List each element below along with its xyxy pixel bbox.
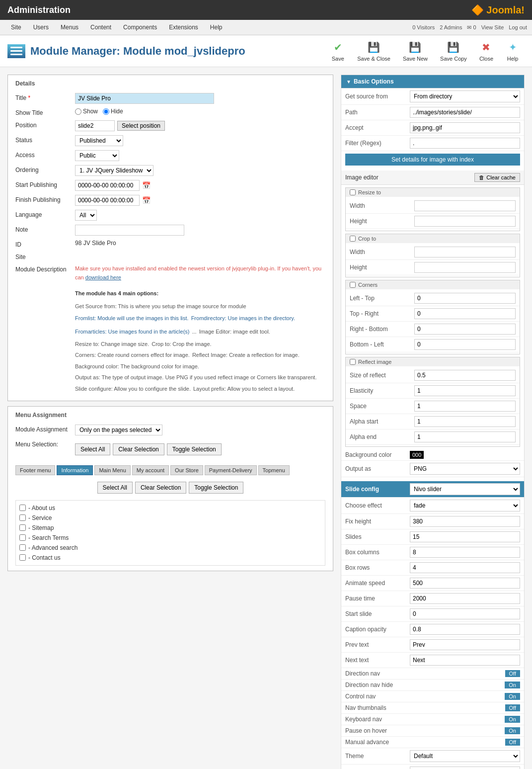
tab-information[interactable]: Information bbox=[57, 465, 93, 475]
tab-topmenu[interactable]: Topmenu bbox=[258, 465, 290, 475]
select-all-btn-bottom[interactable]: Select All bbox=[97, 482, 133, 494]
finish-calendar-icon[interactable]: 📅 bbox=[142, 196, 151, 204]
nav-content[interactable]: Content bbox=[84, 20, 117, 35]
bgcolor-swatch[interactable]: 000 bbox=[410, 451, 424, 459]
start-slide-input[interactable] bbox=[410, 608, 520, 619]
tab-payment-delivery[interactable]: Payment-Delivery bbox=[205, 465, 257, 475]
bottom-left-input[interactable] bbox=[414, 339, 516, 350]
service-checkbox[interactable] bbox=[19, 514, 26, 521]
start-publishing-input[interactable] bbox=[75, 180, 140, 191]
slides-input[interactable] bbox=[410, 531, 520, 542]
box-rows-input[interactable] bbox=[410, 562, 520, 573]
sitemap-checkbox[interactable] bbox=[19, 524, 26, 531]
alpha-start-input[interactable] bbox=[414, 416, 516, 427]
nav-menus[interactable]: Menus bbox=[55, 20, 84, 35]
path-input[interactable] bbox=[410, 107, 520, 118]
language-select[interactable]: All bbox=[75, 210, 97, 221]
select-position-button[interactable]: Select position bbox=[117, 121, 165, 131]
note-input[interactable] bbox=[75, 225, 184, 236]
nav-users[interactable]: Users bbox=[27, 20, 55, 35]
corners-checkbox[interactable] bbox=[350, 282, 356, 288]
tab-footer-menu[interactable]: Footer menu bbox=[15, 465, 55, 475]
elasticity-input[interactable] bbox=[414, 385, 516, 396]
close-button[interactable]: ✖ Close bbox=[474, 38, 498, 64]
clear-selection-btn-top[interactable]: Clear Selection bbox=[113, 443, 164, 455]
box-columns-input[interactable] bbox=[410, 547, 520, 558]
help-label: Help bbox=[507, 56, 519, 62]
toggle-selection-btn-bottom[interactable]: Toggle Selection bbox=[189, 482, 243, 494]
ordering-select[interactable]: 1. JV JQuery Slideshow bbox=[75, 165, 153, 176]
keyboard-nav-badge[interactable]: On bbox=[505, 716, 520, 723]
fix-height-input[interactable] bbox=[410, 516, 520, 527]
toggle-selection-btn-top[interactable]: Toggle Selection bbox=[167, 443, 222, 455]
right-bottom-input[interactable] bbox=[414, 324, 516, 335]
about-us-checkbox[interactable] bbox=[19, 505, 26, 511]
download-link[interactable]: download here bbox=[85, 274, 121, 280]
nav-thumbnails-badge[interactable]: Off bbox=[505, 704, 520, 711]
slide-config-select[interactable]: Nivo slider Other bbox=[410, 483, 520, 495]
prev-text-input[interactable] bbox=[410, 639, 520, 650]
nav-components[interactable]: Components bbox=[117, 20, 163, 35]
tab-main-menu[interactable]: Main Menu bbox=[94, 465, 130, 475]
access-select[interactable]: Public Registered bbox=[75, 150, 119, 161]
reflect-size-input[interactable] bbox=[414, 370, 516, 381]
crop-height-input[interactable] bbox=[414, 262, 516, 273]
tab-my-account[interactable]: My account bbox=[132, 465, 169, 475]
next-text-input[interactable] bbox=[410, 655, 520, 666]
crop-checkbox[interactable] bbox=[350, 236, 356, 242]
help-button[interactable]: ✦ Help bbox=[501, 38, 525, 64]
accept-input[interactable] bbox=[410, 122, 520, 133]
left-top-input[interactable] bbox=[414, 293, 516, 304]
resize-width-input[interactable] bbox=[414, 200, 516, 211]
direction-nav-badge[interactable]: Off bbox=[505, 670, 520, 677]
advanced-search-checkbox[interactable] bbox=[19, 544, 26, 551]
layout-prefix-input[interactable] bbox=[410, 767, 520, 769]
output-select[interactable]: PNG JPG bbox=[410, 463, 520, 475]
view-site-link[interactable]: View Site bbox=[481, 24, 504, 30]
choose-effect-select[interactable]: fade slide bbox=[410, 500, 520, 512]
resize-checkbox[interactable] bbox=[350, 189, 356, 195]
save-copy-button[interactable]: 💾 Save Copy bbox=[435, 38, 472, 64]
direction-nav-hide-badge[interactable]: On bbox=[505, 682, 520, 688]
reflect-checkbox[interactable] bbox=[350, 359, 356, 365]
space-input[interactable] bbox=[414, 401, 516, 412]
finish-publishing-input[interactable] bbox=[75, 195, 140, 206]
caption-opacity-input[interactable] bbox=[410, 624, 520, 635]
search-terms-checkbox[interactable] bbox=[19, 534, 26, 541]
pause-time-input[interactable] bbox=[410, 593, 520, 604]
crop-title: Crop to bbox=[346, 234, 520, 243]
save-button[interactable]: ✔ Save bbox=[326, 38, 350, 64]
module-assignment-select[interactable]: Only on the pages selected bbox=[75, 425, 162, 435]
nav-extensions[interactable]: Extensions bbox=[163, 20, 204, 35]
contact-us-checkbox[interactable] bbox=[19, 554, 26, 561]
nav-site[interactable]: Site bbox=[5, 20, 27, 35]
clear-selection-btn-bottom[interactable]: Clear Selection bbox=[135, 482, 186, 494]
pause-on-hover-badge[interactable]: On bbox=[505, 727, 520, 734]
alpha-end-input[interactable] bbox=[414, 431, 516, 442]
position-input[interactable] bbox=[75, 120, 115, 131]
show-radio-label[interactable]: Show bbox=[75, 108, 98, 115]
select-all-btn-top[interactable]: Select All bbox=[75, 443, 110, 455]
control-nav-badge[interactable]: On bbox=[505, 693, 520, 700]
hide-radio-label[interactable]: Hide bbox=[103, 108, 123, 115]
nav-help[interactable]: Help bbox=[204, 20, 228, 35]
save-close-button[interactable]: 💾 Save & Close bbox=[352, 38, 395, 64]
set-details-button[interactable]: Set details for image with index bbox=[345, 154, 520, 166]
crop-width-input[interactable] bbox=[414, 247, 516, 257]
filter-input[interactable] bbox=[410, 138, 520, 149]
get-source-select[interactable]: From directory From list From articles bbox=[410, 90, 520, 102]
save-new-button[interactable]: 💾 Save New bbox=[398, 38, 433, 64]
show-radio[interactable] bbox=[75, 108, 81, 115]
clear-cache-button[interactable]: 🗑 Clear cache bbox=[474, 173, 520, 182]
start-calendar-icon[interactable]: 📅 bbox=[142, 181, 151, 189]
theme-select[interactable]: Default bbox=[410, 750, 520, 762]
manual-advance-badge[interactable]: Off bbox=[505, 739, 520, 746]
tab-our-store[interactable]: Our Store bbox=[170, 465, 203, 475]
logout-btn[interactable]: Log out bbox=[509, 24, 527, 30]
resize-height-input[interactable] bbox=[414, 216, 516, 227]
animate-speed-input[interactable] bbox=[410, 578, 520, 589]
title-input[interactable] bbox=[75, 93, 214, 104]
hide-radio[interactable] bbox=[103, 108, 109, 115]
status-select[interactable]: Published Unpublished bbox=[75, 135, 123, 146]
top-right-input[interactable] bbox=[414, 308, 516, 319]
